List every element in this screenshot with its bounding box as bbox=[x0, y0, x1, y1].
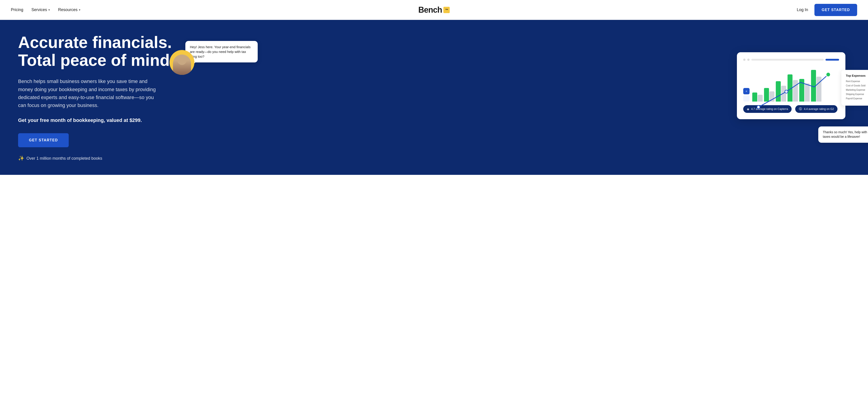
bar-group-6 bbox=[811, 70, 822, 102]
toolbar-dot-2 bbox=[747, 59, 749, 61]
nav-left: Pricing Services ▾ Resources ▾ bbox=[11, 7, 81, 12]
hero-left: Accurate financials. Total peace of mind… bbox=[18, 33, 176, 161]
expense-row-4: Shipping Expense bbox=[846, 93, 868, 95]
bar-group-3 bbox=[776, 81, 786, 102]
bar-green-5 bbox=[799, 79, 804, 102]
bar-gray-4 bbox=[793, 80, 798, 102]
bar-group-4 bbox=[787, 75, 798, 102]
top-expenses-title: Top Expenses bbox=[846, 74, 868, 77]
social-proof: ✨ Over 1 million months of completed boo… bbox=[18, 155, 176, 161]
hero-section: Accurate financials. Total peace of mind… bbox=[0, 20, 868, 175]
chart-icon-2 bbox=[743, 95, 749, 102]
bar-green-3 bbox=[776, 81, 781, 102]
nav-right: Log In GET STARTED bbox=[797, 4, 857, 16]
chat-bubble-top: Hey! Jess here. Your year-end financials… bbox=[185, 41, 258, 62]
hero-subtext: Bench helps small business owners like y… bbox=[18, 77, 158, 109]
expense-row-1: Rent Expense bbox=[846, 80, 868, 83]
nav-pricing[interactable]: Pricing bbox=[11, 7, 23, 12]
toolbar-dot-1 bbox=[743, 59, 745, 61]
hero-cta-button[interactable]: GET STARTED bbox=[18, 133, 69, 147]
bar-gray-3 bbox=[781, 86, 786, 102]
capterra-rating: ◈ 4.7 average rating on Capterra bbox=[743, 105, 792, 113]
nav-services[interactable]: Services ▾ bbox=[31, 7, 50, 12]
capterra-icon: ◈ bbox=[747, 107, 749, 111]
navbar: Pricing Services ▾ Resources ▾ Bench ™ L… bbox=[0, 0, 868, 20]
expense-row-2: Cost of Goods Sold bbox=[846, 84, 868, 87]
bar-gray-6 bbox=[816, 77, 822, 102]
bar-group-1 bbox=[752, 92, 763, 102]
services-chevron-icon: ▾ bbox=[49, 8, 50, 11]
toolbar-line-active bbox=[826, 59, 839, 61]
g2-rating: Ⓖ 4.4 average rating on G2 bbox=[795, 105, 837, 113]
chart-area: ≡ bbox=[743, 65, 839, 102]
bar-group-5 bbox=[799, 79, 810, 102]
hero-headline: Accurate financials. Total peace of mind… bbox=[18, 33, 176, 69]
nav-resources[interactable]: Resources ▾ bbox=[58, 7, 81, 12]
avatar-jess bbox=[169, 50, 194, 75]
bar-gray-2 bbox=[770, 91, 774, 102]
logo-badge: ™ bbox=[443, 7, 450, 13]
bar-green-6 bbox=[811, 70, 816, 102]
hero-offer: Get your free month of bookkeeping, valu… bbox=[18, 117, 176, 123]
ratings-row: ◈ 4.7 average rating on Capterra Ⓖ 4.4 a… bbox=[743, 105, 839, 113]
dashboard-toolbar bbox=[743, 59, 839, 61]
bar-green-1 bbox=[752, 92, 757, 102]
bars-container bbox=[752, 70, 839, 102]
nav-cta-button[interactable]: GET STARTED bbox=[814, 4, 857, 16]
chat-bubble-bottom: Thanks so much! Yes, help with taxes wou… bbox=[818, 126, 868, 142]
bar-group-2 bbox=[764, 88, 774, 102]
g2-icon: Ⓖ bbox=[799, 107, 802, 111]
bar-gray-1 bbox=[758, 95, 763, 102]
hero-right: Hey! Jess here. Your year-end financials… bbox=[176, 39, 850, 156]
login-link[interactable]: Log In bbox=[797, 7, 808, 12]
sparkle-icon: ✨ bbox=[18, 155, 24, 161]
expense-row-5: Payroll Expense bbox=[846, 97, 868, 100]
svg-point-2 bbox=[826, 73, 830, 77]
top-expenses-panel: Top Expenses Rent Expense Cost of Goods … bbox=[841, 70, 868, 106]
site-logo[interactable]: Bench ™ bbox=[418, 5, 450, 15]
bar-green-4 bbox=[787, 75, 793, 102]
dashboard-card: ≡ bbox=[737, 52, 845, 119]
avatar-person-jess bbox=[173, 55, 191, 75]
resources-chevron-icon: ▾ bbox=[79, 8, 81, 11]
expense-row-3: Marketing Expense bbox=[846, 89, 868, 91]
toolbar-line bbox=[751, 59, 824, 61]
bar-green-2 bbox=[764, 88, 769, 102]
bar-gray-5 bbox=[805, 83, 810, 102]
chart-sidebar: ≡ bbox=[743, 88, 749, 102]
chart-icon-1: ≡ bbox=[743, 88, 749, 94]
